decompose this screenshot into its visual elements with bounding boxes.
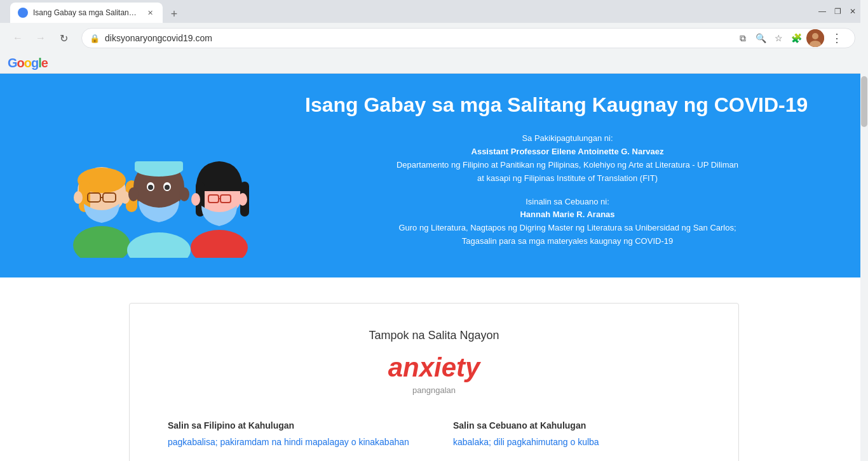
url-text: diksyonaryongcovid19.com: [105, 33, 730, 43]
credit-detail-1b: at kasapi ng Filipinas Institute of Tran…: [305, 172, 830, 185]
svg-point-22: [165, 185, 170, 190]
svg-point-12: [121, 191, 130, 204]
cebuano-label: Salin sa Cebuano at Kahulugan: [453, 420, 700, 431]
svg-point-1: [812, 33, 818, 39]
forward-button[interactable]: →: [31, 28, 51, 48]
svg-point-17: [128, 187, 139, 201]
chrome-menu-button[interactable]: ⋮: [827, 28, 847, 48]
scrollbar-thumb[interactable]: [861, 76, 867, 127]
page-content: Isang Gabay sa mga Salitang Kaugnay ng C…: [0, 74, 868, 461]
lock-icon: 🔒: [90, 34, 100, 43]
bookmark-icon[interactable]: ☆: [771, 30, 786, 46]
word-card: Tampok na Salita Ngayon anxiety pangngal…: [129, 303, 739, 461]
credit-name-2: Hannah Marie R. Aranas: [305, 208, 830, 222]
tab-favicon: [18, 8, 28, 18]
hero-illustration: [38, 93, 280, 258]
new-tab-button[interactable]: +: [165, 5, 183, 23]
browser-tab[interactable]: Isang Gabay sa mga Salitang Kau ✕: [10, 3, 163, 23]
word-type: pangngalan: [168, 385, 700, 395]
google-logo[interactable]: Google: [8, 56, 48, 70]
filipino-translation: pagkabalisa; pakiramdam na hindi mapalag…: [168, 436, 415, 449]
credit-detail-2b: Tagasalin para sa mga materyales kaugnay…: [305, 235, 830, 248]
definitions-grid: Salin sa Filipino at Kahulugan pagkabali…: [168, 420, 700, 461]
address-bar[interactable]: 🔒 diksyonaryongcovid19.com ⧉ 🔍 ☆ 🧩 ⋮: [81, 28, 855, 48]
back-button[interactable]: ←: [8, 28, 28, 48]
hero-title: Isang Gabay sa mga Salitang Kaugnay ng C…: [305, 93, 830, 117]
cebuano-translation: kabalaka; dili pagkahimutang o kulba: [453, 436, 700, 449]
svg-point-13: [127, 232, 191, 258]
hero-text: Isang Gabay sa mga Salitang Kaugnay ng C…: [280, 93, 830, 258]
extensions-icon[interactable]: 🧩: [789, 30, 804, 46]
profile-button[interactable]: [806, 29, 824, 47]
hero-credit: Sa Pakikipagtulungan ni: Assistant Profe…: [305, 132, 830, 248]
svg-point-21: [148, 185, 153, 190]
minimize-button[interactable]: —: [817, 6, 827, 17]
translate-icon[interactable]: ⧉: [735, 30, 750, 46]
credit-intro-2: Isinalin sa Cebuano ni:: [305, 196, 830, 209]
svg-point-30: [191, 193, 200, 206]
credit-detail-1: Departamento ng Filipino at Panitikan ng…: [305, 159, 830, 172]
scrollbar-track[interactable]: [860, 0, 868, 461]
credit-intro-1: Sa Pakikipagtulungan ni:: [305, 132, 830, 145]
credit-name-1: Assistant Professor Eilene Antoinette G.…: [305, 145, 830, 159]
svg-point-11: [74, 191, 83, 204]
close-button[interactable]: ✕: [848, 6, 858, 17]
cebuano-def-block: Salin sa Cebuano at Kahulugan kabalaka; …: [453, 420, 700, 454]
credit-detail-2: Guro ng Literatura, Nagtapos ng Digring …: [305, 222, 830, 235]
svg-rect-16: [135, 161, 183, 171]
filipino-label: Salin sa Filipino at Kahulugan: [168, 420, 415, 431]
hero-banner: Isang Gabay sa mga Salitang Kaugnay ng C…: [0, 74, 868, 277]
filipino-def-block: Salin sa Filipino at Kahulugan pagkabali…: [168, 420, 415, 454]
tampok-label: Tampok na Salita Ngayon: [168, 329, 700, 342]
featured-word: anxiety: [168, 352, 700, 383]
maximize-button[interactable]: ❐: [832, 6, 843, 17]
tab-close-button[interactable]: ✕: [145, 8, 155, 18]
svg-point-18: [179, 187, 189, 201]
zoom-icon[interactable]: 🔍: [753, 30, 768, 46]
svg-point-23: [191, 230, 248, 258]
refresh-button[interactable]: ↻: [53, 28, 74, 48]
svg-point-3: [73, 226, 130, 258]
svg-point-31: [238, 193, 247, 206]
tab-title: Isang Gabay sa mga Salitang Kau: [33, 8, 140, 17]
